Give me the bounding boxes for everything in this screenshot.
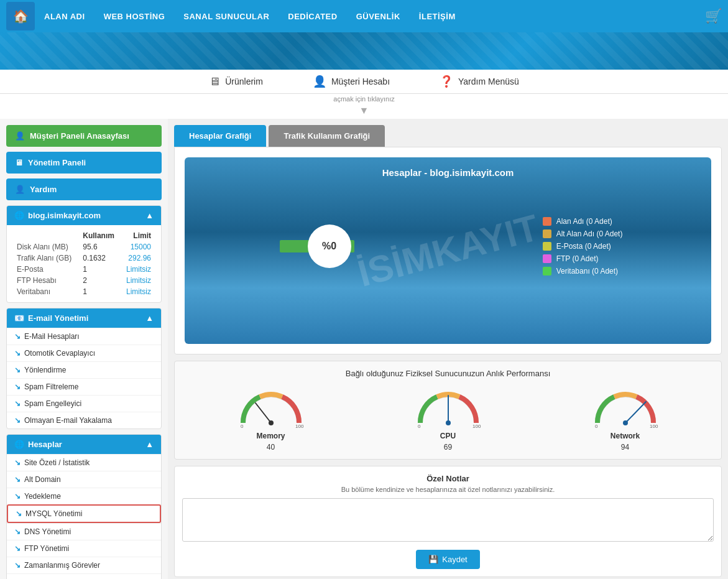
- protected-folders-item[interactable]: ↘ Şifre Korumalı Klasörler: [7, 573, 161, 579]
- stat-row-disk: Disk Alanı (MB) 95.6 15000: [14, 241, 154, 252]
- nav-guvenlik[interactable]: GÜVENLİK: [356, 9, 400, 24]
- memory-gauge: 0 100 Memory 40: [237, 386, 305, 452]
- content-tabs: Hesaplar Grafiği Trafik Kullanım Grafiği: [174, 125, 722, 147]
- legend-item-4: Veritabanı (0 Adet): [543, 267, 623, 276]
- save-disk-icon: 💾: [428, 555, 438, 564]
- home-button[interactable]: 🏠: [6, 2, 35, 30]
- domain-section-header[interactable]: 🌐 blog.isimkayit.com ▲: [7, 206, 161, 225]
- cpu-gauge-svg: 0 100: [414, 386, 482, 429]
- notes-section: Özel Notlar Bu bölüme kendinize ve hesap…: [174, 466, 722, 577]
- nav-dedicated[interactable]: DEDİCATED: [288, 9, 337, 24]
- tab-trafik-kullanim[interactable]: Trafik Kullanım Grafiği: [269, 125, 385, 147]
- legend-color-2: [543, 242, 551, 251]
- chart-title: Hesaplar - blog.isimkayit.com: [195, 167, 701, 178]
- legend-item-3: FTP (0 Adet): [543, 254, 623, 263]
- sidebar: 👤 Müşteri Paneli Anasayfası 🖥 Yönetim Pa…: [0, 119, 168, 579]
- arrow-icon: ↘: [16, 509, 22, 518]
- notes-textarea[interactable]: [182, 498, 714, 542]
- svg-text:0: 0: [595, 424, 598, 429]
- email-header-left: 📧 E-mail Yönetimi: [14, 313, 88, 323]
- network-gauge-svg: 0 100: [591, 386, 660, 429]
- legend-label-4: Veritabanı (0 Adet): [556, 267, 618, 276]
- yardim-menu-label: Yardım Menüsü: [458, 76, 519, 86]
- stat-usage-ftp: 2: [80, 275, 121, 286]
- svg-point-2: [269, 420, 274, 425]
- cpu-value: 69: [444, 443, 452, 452]
- memory-label: Memory: [256, 432, 285, 440]
- auto-reply-item[interactable]: ↘ Otomotik Cevaplayıcı: [7, 345, 161, 361]
- site-overview-item[interactable]: ↘ Site Özeti / İstatistik: [7, 454, 161, 471]
- dropdown-hint: açmak için tıklayınız: [0, 94, 728, 105]
- email-section-header[interactable]: 📧 E-mail Yönetimi ▲: [7, 308, 161, 328]
- urunlerim-nav[interactable]: 🖥 Ürünlerim: [209, 75, 263, 93]
- banner: [0, 32, 728, 70]
- stat-limit-ftp: Limitsiz: [121, 275, 154, 286]
- stat-usage-traffic: 0.1632: [80, 252, 121, 264]
- urunlerim-icon: 🖥: [209, 75, 220, 88]
- management-panel-btn[interactable]: 🖥 Yönetim Paneli: [6, 152, 162, 174]
- nav-items: ALAN ADI WEB HOSTİNG SANAL SUNUCULAR DED…: [44, 9, 705, 24]
- nav-iletisim[interactable]: İLETİŞİM: [419, 9, 456, 24]
- mysql-management-item[interactable]: ↘ MYSQL Yönetimi: [7, 504, 161, 523]
- chart-panel: Hesaplar - blog.isimkayit.com %0: [174, 147, 722, 354]
- ftp-management-item[interactable]: ↘ FTP Yönetimi: [7, 540, 161, 557]
- cart-icon[interactable]: 🛒: [705, 8, 722, 24]
- gauges-row: 0 100 Memory 40: [182, 386, 714, 452]
- help-label: Yardım: [30, 185, 57, 194]
- cpu-label: CPU: [440, 432, 456, 440]
- nav-sanal-sunucular[interactable]: SANAL SUNUCULAR: [183, 9, 269, 24]
- secondary-navigation: 🖥 Ürünlerim 👤 Müşteri Hesabı ❓ Yardım Me…: [0, 70, 728, 94]
- nav-alan-adi[interactable]: ALAN ADI: [44, 9, 85, 24]
- urunlerim-label: Ürünlerim: [225, 76, 263, 86]
- pie-chart-container: %0: [274, 190, 385, 302]
- catch-all-item[interactable]: ↘ Olmayan E-mail Yakalama: [7, 412, 161, 428]
- stats-col-usage: Kullanım: [80, 230, 121, 241]
- network-value: 94: [621, 443, 629, 452]
- customer-panel-label: Müşteri Paneli Anasayfası: [30, 131, 129, 141]
- svg-line-9: [625, 402, 646, 423]
- customer-panel-btn[interactable]: 👤 Müşteri Paneli Anasayfası: [6, 125, 162, 147]
- musteri-hesabi-label: Müşteri Hesabı: [331, 76, 390, 86]
- legend-color-3: [543, 254, 551, 263]
- help-icon: 👤: [15, 185, 25, 194]
- yardim-icon: ❓: [440, 75, 453, 88]
- arrow-icon: ↘: [14, 458, 21, 467]
- nav-web-hosting[interactable]: WEB HOSTİNG: [104, 9, 165, 24]
- arrow-icon: ↘: [14, 475, 21, 484]
- stat-label-email: E-Posta: [14, 264, 80, 275]
- arrow-icon: ↘: [14, 332, 21, 341]
- musteri-hesabi-nav[interactable]: 👤 Müşteri Hesabı: [313, 75, 390, 93]
- spam-blocker-item[interactable]: ↘ Spam Engelleyici: [7, 395, 161, 412]
- email-accounts-item[interactable]: ↘ E-Mail Hesapları: [7, 328, 161, 345]
- arrow-icon: ↘: [14, 416, 21, 425]
- stat-label-traffic: Trafik Alanı (GB): [14, 252, 80, 264]
- arrow-icon: ↘: [14, 399, 21, 408]
- legend-color-0: [543, 217, 551, 226]
- memory-value: 40: [267, 443, 275, 452]
- pie-center-label: %0: [308, 225, 351, 268]
- accounts-section-header[interactable]: 🌐 Hesaplar ▲: [7, 435, 161, 454]
- subdomain-item[interactable]: ↘ Alt Domain: [7, 471, 161, 488]
- stat-limit-disk: 15000: [121, 241, 154, 252]
- legend-item-1: Alt Alan Adı (0 Adet): [543, 229, 623, 238]
- help-btn[interactable]: 👤 Yardım: [6, 178, 162, 200]
- dns-management-item[interactable]: ↘ DNS Yönetimi: [7, 523, 161, 540]
- customer-panel-icon: 👤: [15, 131, 25, 141]
- accounts-header-left: 🌐 Hesaplar: [14, 440, 62, 449]
- notes-subtitle: Bu bölüme kendinize ve hesaplarınıza ait…: [182, 486, 714, 493]
- scheduled-tasks-item[interactable]: ↘ Zamanlanmış Görevler: [7, 557, 161, 573]
- domain-section: 🌐 blog.isimkayit.com ▲ Kullanım Limit Di…: [6, 205, 162, 303]
- redirect-item[interactable]: ↘ Yönlendirme: [7, 361, 161, 378]
- backup-item[interactable]: ↘ Yedekleme: [7, 488, 161, 504]
- stat-label-ftp: FTP Hesabı: [14, 275, 80, 286]
- tab-hesaplar-grafigi[interactable]: Hesaplar Grafiği: [174, 125, 266, 147]
- legend-item-0: Alan Adı (0 Adet): [543, 217, 623, 226]
- network-gauge: 0 100 Network 94: [591, 386, 660, 452]
- save-button[interactable]: 💾 Kaydet: [416, 550, 479, 569]
- yardim-menu-nav[interactable]: ❓ Yardım Menüsü: [440, 75, 519, 93]
- stat-label-disk: Disk Alanı (MB): [14, 241, 80, 252]
- stat-label-db: Veritabanı: [14, 286, 80, 297]
- spam-filter-item[interactable]: ↘ Spam Filtreleme: [7, 378, 161, 395]
- stats-col-label: [14, 230, 80, 241]
- management-icon: 🖥: [15, 158, 23, 167]
